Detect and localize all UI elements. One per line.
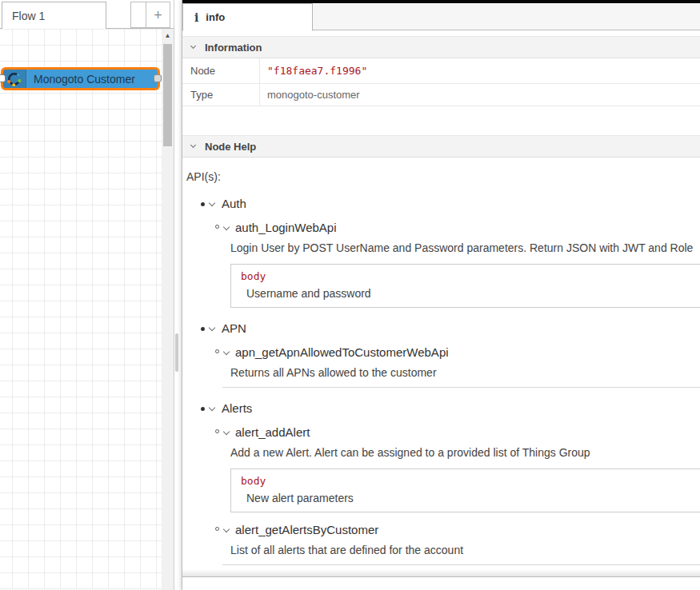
api-item-label: auth_LoginWebApi [235,221,337,234]
api-group-alerts[interactable]: Alerts [186,401,700,415]
node-output-port[interactable] [154,74,162,82]
info-icon: i [194,11,198,24]
bullet-icon [201,327,205,331]
api-group-label: APN [222,321,246,335]
canvas-scrollbar-thumb[interactable] [163,44,172,146]
flow-tabbar: Flow 1 + [0,0,174,29]
tab-flow-1[interactable]: Flow 1 [2,2,106,29]
add-flow-button[interactable]: + [146,2,170,27]
chevron-down-icon[interactable] [223,224,230,230]
chevron-down-icon[interactable] [223,526,230,532]
bullet-icon [215,527,219,531]
flow-canvas[interactable]: Flow 1 + Monogoto Customer [0,0,174,590]
node-help-title: Node Help [205,141,256,153]
tab-info[interactable]: i info [182,3,313,31]
api-description: Returns all APNs allowed to the customer [230,366,700,379]
information-table: Node "f18faea7.f1996" Type monogoto-cust… [182,58,700,106]
api-description: Login User by POST UserName and Password… [230,241,700,254]
body-param-value: New alert parameters [241,492,700,504]
tab-list-button[interactable] [131,2,146,27]
api-body-box: body New alert parameters [230,468,700,512]
chevron-down-icon[interactable] [209,405,215,411]
api-item-alert-updatealert[interactable]: alert_updateAlert [186,576,700,577]
bullet-icon [201,407,205,411]
api-group-auth[interactable]: Auth [186,197,700,210]
node-id-value: "f18faea7.f1996" [260,58,700,83]
type-row-label: Type [182,84,260,106]
api-group-label: Auth [222,197,246,210]
node-monogoto-customer[interactable]: Monogoto Customer [1,67,160,90]
api-item-apn-getapnallowed[interactable]: apn_getApnAllowedToCustomerWebApi [186,345,700,359]
body-param-label: body [241,270,700,282]
api-description: List of all alerts that are defined for … [230,544,700,556]
section-header-information[interactable]: Information [182,36,700,58]
plus-icon: + [154,8,162,22]
bullet-icon [215,225,219,229]
body-param-value: Username and password [241,287,700,300]
information-title: Information [205,42,262,54]
sidebar-tabrow: i info [182,3,700,30]
api-item-alert-getalertsbycustomer[interactable]: alert_getAlertsByCustomer [186,523,700,536]
monogoto-node-icon [3,70,26,88]
bullet-icon [201,202,205,206]
flow-tab-label: Flow 1 [2,2,106,22]
chevron-down-icon[interactable] [209,200,215,206]
bullet-icon [215,349,219,353]
node-red-editor: Flow 1 + Monogoto Customer [0,0,700,590]
sidebar-resize-handle[interactable] [175,333,178,372]
chevron-down-icon[interactable] [190,43,196,49]
node-row-label: Node [182,58,260,83]
node-label: Monogoto Customer [26,70,158,88]
chevron-down-icon[interactable] [223,429,230,435]
api-item-label: alert_updateAlert [235,576,326,577]
section-header-node-help[interactable]: Node Help [182,135,700,157]
api-group-label: Alerts [222,401,252,415]
api-intro: API(s): [186,170,700,183]
api-divider [222,387,700,388]
scroll-up-icon[interactable]: ▲ [162,29,174,42]
api-item-label: alert_addAlert [235,425,310,439]
canvas-scrollbar[interactable]: ▲ [162,29,174,590]
node-input-port[interactable] [0,74,6,82]
info-sidebar: i info Information Node "f18faea7.f1996"… [182,0,700,590]
api-body-box: body Username and password [230,264,700,308]
table-row-type: Type monogoto-customer [182,84,700,106]
chevron-down-icon[interactable] [190,142,196,148]
bullet-icon [215,429,219,433]
table-row-node: Node "f18faea7.f1996" [182,58,700,84]
api-divider [222,564,700,565]
node-type-value: monogoto-customer [260,84,700,106]
body-param-label: body [241,475,700,487]
node-help-body: API(s): Auth auth_LoginWebApi Login User… [182,170,700,577]
tabbar-buttons: + [130,2,170,28]
info-tab-label: info [206,11,225,23]
api-group-apn[interactable]: APN [186,321,700,335]
api-item-label: alert_getAlertsByCustomer [235,523,378,536]
api-description: Add a new Alert. Alert can be assigned t… [230,446,700,459]
api-item-auth-loginwebapi[interactable]: auth_LoginWebApi [186,221,700,234]
api-item-alert-addalert[interactable]: alert_addAlert [186,425,700,439]
chevron-down-icon[interactable] [209,325,215,331]
chevron-down-icon[interactable] [223,349,230,355]
sidebar-scroll-region[interactable]: Information Node "f18faea7.f1996" Type m… [182,31,700,577]
api-item-label: apn_getApnAllowedToCustomerWebApi [235,345,449,359]
